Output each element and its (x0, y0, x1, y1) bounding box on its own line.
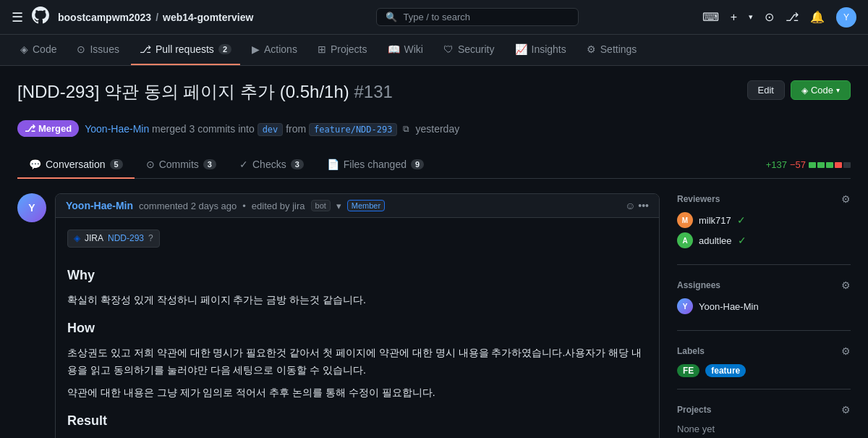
chevron-down-icon[interactable]: ▾ (749, 12, 753, 22)
label-fe[interactable]: FE (677, 364, 699, 377)
assignees-gear-icon[interactable]: ⚙ (841, 279, 851, 291)
repo-nav-projects[interactable]: ⊞ Projects (309, 35, 376, 65)
labels-gear-icon[interactable]: ⚙ (841, 345, 851, 357)
notification-icon[interactable]: 🔔 (810, 10, 825, 24)
conversation-badge: 5 (110, 159, 123, 169)
pr-layout: Y Yoon-Hae-Min commented 2 days ago • ed… (17, 193, 851, 438)
dropdown-icon[interactable]: ▾ (336, 201, 341, 211)
pr-main: Y Yoon-Hae-Min commented 2 days ago • ed… (17, 193, 660, 438)
sidebar-assignees: Assignees ⚙ Y Yoon-Hae-Min (677, 279, 851, 331)
diff-seg-4 (835, 162, 842, 168)
comment-actions[interactable]: ☺ ••• (625, 200, 649, 211)
target-branch[interactable]: dev (258, 123, 284, 136)
breadcrumb-owner[interactable]: boostcampwm2023 (58, 12, 151, 23)
comment-avatar: Y (17, 193, 46, 222)
how-text: 초상권도 있고 저희 약관에 대한 명시가 필요한것 같아서 첫 페이지에 약관… (67, 345, 647, 402)
issues-icon: ⊙ (77, 43, 85, 55)
label-feature[interactable]: feature (705, 364, 746, 377)
reviewer-name-milk717[interactable]: milk717 (699, 215, 731, 226)
comment-box: Yoon-Hae-Min commented 2 days ago • edit… (55, 193, 660, 438)
tab-files-changed[interactable]: 📄 Files changed 9 (315, 151, 435, 179)
reviewers-title: Reviewers (677, 194, 720, 204)
files-changed-badge: 9 (411, 159, 424, 169)
commits-icon: ⊙ (146, 159, 155, 170)
diff-deletions: −57 (790, 159, 806, 170)
search-bar[interactable]: 🔍 Type / to search (376, 8, 579, 26)
assignee-item: Y Yoon-Hae-Min (677, 298, 851, 314)
pr-title: [NDD-293] 약관 동의 페이지 추가 (0.5h/1h) #131 (17, 80, 393, 103)
sidebar-labels: Labels ⚙ FE feature (677, 345, 851, 389)
comment-edited: • (242, 201, 246, 211)
repo-nav-wiki[interactable]: 📖 Wiki (379, 35, 432, 65)
copy-branch-icon[interactable]: ⧉ (403, 124, 409, 134)
hamburger-icon[interactable]: ☰ (12, 9, 23, 25)
diff-seg-5 (843, 162, 851, 168)
reviewer-item-adultlee: A adultlee ✓ (677, 232, 851, 248)
issue-icon[interactable]: ⊙ (765, 10, 774, 24)
repo-nav-insights[interactable]: 📈 Insights (506, 35, 575, 65)
plus-icon[interactable]: + (731, 11, 737, 24)
files-changed-icon: 📄 (327, 159, 339, 170)
avatar[interactable]: Y (836, 7, 856, 28)
comment-header: Yoon-Hae-Min commented 2 days ago • edit… (56, 194, 659, 218)
jira-help-icon[interactable]: ? (148, 232, 153, 245)
breadcrumb-separator: / (156, 12, 158, 23)
comment-author[interactable]: Yoon-Hae-Min (66, 200, 133, 211)
merge-icon: ⎇ (25, 123, 35, 134)
jira-id[interactable]: NDD-293 (108, 232, 144, 245)
smiley-icon[interactable]: ☺ (625, 200, 635, 211)
diff-additions: +137 (766, 159, 787, 170)
projects-gear-icon[interactable]: ⚙ (841, 404, 851, 416)
reviewers-gear-icon[interactable]: ⚙ (841, 193, 851, 205)
terminal-icon[interactable]: ⌨ (702, 10, 719, 24)
pull-requests-badge: 2 (218, 44, 231, 54)
repo-nav-security[interactable]: 🛡 Security (435, 35, 503, 65)
code-button[interactable]: ◈ Code ▾ (791, 80, 851, 100)
sidebar-projects: Projects ⚙ None yet (677, 404, 851, 438)
pr-sidebar: Reviewers ⚙ M milk717 ✓ A adultlee ✓ Ass… (677, 193, 851, 438)
source-branch[interactable]: feature/NDD-293 (309, 123, 397, 136)
reviewer-item-milk717: M milk717 ✓ (677, 212, 851, 228)
reviewer-name-adultlee[interactable]: adultlee (699, 235, 732, 246)
code-btn-chevron: ▾ (836, 86, 840, 94)
repo-nav-actions[interactable]: ▶ Actions (243, 35, 306, 65)
insights-icon: 📈 (515, 43, 527, 55)
search-icon: 🔍 (386, 12, 397, 22)
diff-bar (809, 162, 851, 168)
comment-wrapper: Y Yoon-Hae-Min commented 2 days ago • ed… (17, 193, 660, 438)
reviewer-avatar-adultlee: A (677, 232, 693, 248)
checks-badge: 3 (291, 159, 304, 169)
tab-checks[interactable]: ✓ Checks 3 (228, 151, 315, 179)
pr-icon[interactable]: ⎇ (786, 10, 799, 24)
actions-icon: ▶ (252, 43, 260, 55)
wiki-icon: 📖 (388, 43, 400, 55)
reviewer-check-adultlee: ✓ (738, 235, 746, 246)
github-logo-icon[interactable] (32, 7, 49, 28)
repo-nav-code[interactable]: ◈ Code (12, 35, 65, 65)
breadcrumb-repo[interactable]: web14-gomterview (163, 12, 253, 23)
why-title: Why (67, 265, 647, 286)
edit-button[interactable]: Edit (747, 80, 785, 100)
main-container: [NDD-293] 약관 동의 페이지 추가 (0.5h/1h) #131 Ed… (0, 66, 868, 438)
jira-label: JIRA (85, 232, 103, 245)
bot-tag: bot (311, 200, 331, 211)
more-icon[interactable]: ••• (638, 200, 649, 211)
reviewer-check-milk717: ✓ (737, 214, 746, 226)
security-icon: 🛡 (443, 43, 454, 55)
top-nav: ☰ boostcampwm2023 / web14-gomterview 🔍 T… (0, 0, 868, 35)
code-icon: ◈ (20, 43, 28, 55)
settings-icon: ⚙ (587, 43, 596, 55)
commits-badge: 3 (203, 159, 216, 169)
labels-title: Labels (677, 346, 705, 356)
assignees-title: Assignees (677, 280, 720, 290)
tab-commits[interactable]: ⊙ Commits 3 (135, 151, 228, 179)
repo-nav-issues[interactable]: ⊙ Issues (68, 35, 127, 65)
assignee-name[interactable]: Yoon-Hae-Min (699, 301, 759, 312)
repo-nav-settings[interactable]: ⚙ Settings (578, 35, 646, 65)
pull-requests-icon: ⎇ (140, 43, 151, 55)
pr-author: Yoon-Hae-Min merged 3 commits into dev f… (85, 123, 397, 135)
tab-conversation[interactable]: 💬 Conversation 5 (17, 151, 135, 179)
repo-nav-pull-requests[interactable]: ⎇ Pull requests 2 (131, 35, 240, 65)
projects-title: Projects (677, 405, 711, 415)
result-title: Result (67, 410, 647, 431)
